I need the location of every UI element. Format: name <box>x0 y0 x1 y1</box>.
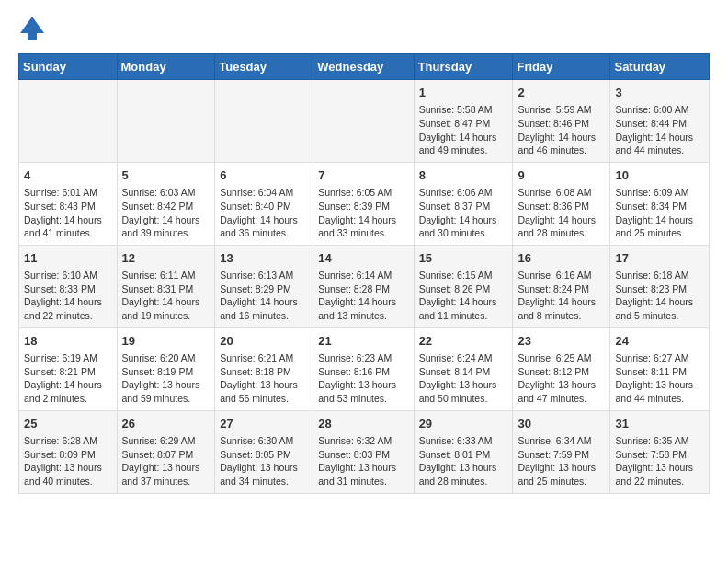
day-info: Sunrise: 6:11 AM Sunset: 8:31 PM Dayligh… <box>122 269 210 323</box>
day-number: 23 <box>518 333 605 350</box>
calendar-cell: 29Sunrise: 6:33 AM Sunset: 8:01 PM Dayli… <box>414 410 513 493</box>
day-number: 30 <box>518 416 605 432</box>
calendar-table: SundayMondayTuesdayWednesdayThursdayFrid… <box>18 53 710 494</box>
day-number: 25 <box>24 416 112 432</box>
calendar-cell: 15Sunrise: 6:15 AM Sunset: 8:26 PM Dayli… <box>414 245 513 327</box>
svg-rect-1 <box>28 33 37 40</box>
calendar-header: SundayMondayTuesdayWednesdayThursdayFrid… <box>19 54 710 80</box>
calendar-cell: 9Sunrise: 6:08 AM Sunset: 8:36 PM Daylig… <box>513 162 610 245</box>
day-number: 16 <box>518 250 605 267</box>
calendar-cell: 17Sunrise: 6:18 AM Sunset: 8:23 PM Dayli… <box>610 245 710 327</box>
day-number: 27 <box>220 416 308 432</box>
calendar-week-1: 1Sunrise: 5:58 AM Sunset: 8:47 PM Daylig… <box>19 80 710 163</box>
day-number: 7 <box>318 167 408 184</box>
calendar-cell: 7Sunrise: 6:05 AM Sunset: 8:39 PM Daylig… <box>313 162 414 245</box>
day-info: Sunrise: 6:25 AM Sunset: 8:12 PM Dayligh… <box>518 351 605 406</box>
calendar-cell: 27Sunrise: 6:30 AM Sunset: 8:05 PM Dayli… <box>215 410 313 493</box>
day-info: Sunrise: 6:10 AM Sunset: 8:33 PM Dayligh… <box>24 269 112 323</box>
header-day-monday: Monday <box>117 54 215 80</box>
day-number: 24 <box>615 333 704 350</box>
svg-marker-0 <box>20 17 44 33</box>
calendar-cell: 22Sunrise: 6:24 AM Sunset: 8:14 PM Dayli… <box>414 327 513 410</box>
day-info: Sunrise: 6:19 AM Sunset: 8:21 PM Dayligh… <box>24 351 112 406</box>
day-number: 4 <box>24 167 112 184</box>
header-day-wednesday: Wednesday <box>313 54 414 80</box>
day-number: 8 <box>419 167 508 184</box>
header-day-sunday: Sunday <box>19 54 118 80</box>
logo <box>18 15 50 42</box>
day-number: 17 <box>615 250 704 267</box>
day-info: Sunrise: 6:23 AM Sunset: 8:16 PM Dayligh… <box>318 351 408 406</box>
day-number: 11 <box>24 250 112 267</box>
calendar-cell: 24Sunrise: 6:27 AM Sunset: 8:11 PM Dayli… <box>610 327 710 410</box>
day-number: 6 <box>220 167 308 184</box>
day-info: Sunrise: 6:15 AM Sunset: 8:26 PM Dayligh… <box>419 269 508 323</box>
day-info: Sunrise: 6:29 AM Sunset: 8:07 PM Dayligh… <box>122 434 210 488</box>
day-number: 13 <box>220 250 308 267</box>
calendar-cell: 21Sunrise: 6:23 AM Sunset: 8:16 PM Dayli… <box>313 327 414 410</box>
day-number: 18 <box>24 333 112 350</box>
calendar-cell: 19Sunrise: 6:20 AM Sunset: 8:19 PM Dayli… <box>117 327 215 410</box>
day-number: 31 <box>615 416 704 432</box>
day-info: Sunrise: 6:27 AM Sunset: 8:11 PM Dayligh… <box>615 351 704 406</box>
day-number: 1 <box>419 85 508 101</box>
calendar-cell: 12Sunrise: 6:11 AM Sunset: 8:31 PM Dayli… <box>117 245 215 327</box>
day-info: Sunrise: 6:06 AM Sunset: 8:37 PM Dayligh… <box>419 186 508 240</box>
header-day-thursday: Thursday <box>414 54 513 80</box>
calendar-week-2: 4Sunrise: 6:01 AM Sunset: 8:43 PM Daylig… <box>19 162 710 245</box>
day-info: Sunrise: 6:30 AM Sunset: 8:05 PM Dayligh… <box>220 434 308 488</box>
day-number: 3 <box>615 85 704 101</box>
header-row: SundayMondayTuesdayWednesdayThursdayFrid… <box>19 54 710 80</box>
day-info: Sunrise: 6:09 AM Sunset: 8:34 PM Dayligh… <box>615 186 704 240</box>
calendar-cell: 1Sunrise: 5:58 AM Sunset: 8:47 PM Daylig… <box>414 80 513 163</box>
main-container: SundayMondayTuesdayWednesdayThursdayFrid… <box>0 0 728 509</box>
calendar-week-3: 11Sunrise: 6:10 AM Sunset: 8:33 PM Dayli… <box>19 245 710 327</box>
calendar-cell: 3Sunrise: 6:00 AM Sunset: 8:44 PM Daylig… <box>610 80 710 163</box>
calendar-cell: 5Sunrise: 6:03 AM Sunset: 8:42 PM Daylig… <box>117 162 215 245</box>
day-info: Sunrise: 6:33 AM Sunset: 8:01 PM Dayligh… <box>419 434 508 488</box>
day-info: Sunrise: 6:13 AM Sunset: 8:29 PM Dayligh… <box>220 269 308 323</box>
calendar-cell: 31Sunrise: 6:35 AM Sunset: 7:58 PM Dayli… <box>610 410 710 493</box>
day-info: Sunrise: 6:16 AM Sunset: 8:24 PM Dayligh… <box>518 269 605 323</box>
header-day-friday: Friday <box>513 54 610 80</box>
calendar-cell: 4Sunrise: 6:01 AM Sunset: 8:43 PM Daylig… <box>19 162 118 245</box>
calendar-cell: 13Sunrise: 6:13 AM Sunset: 8:29 PM Dayli… <box>215 245 313 327</box>
calendar-cell <box>117 80 215 163</box>
day-number: 22 <box>419 333 508 350</box>
calendar-cell: 28Sunrise: 6:32 AM Sunset: 8:03 PM Dayli… <box>313 410 414 493</box>
day-info: Sunrise: 6:00 AM Sunset: 8:44 PM Dayligh… <box>615 103 704 157</box>
day-info: Sunrise: 6:20 AM Sunset: 8:19 PM Dayligh… <box>122 351 210 406</box>
header <box>18 15 710 42</box>
calendar-body: 1Sunrise: 5:58 AM Sunset: 8:47 PM Daylig… <box>19 80 710 494</box>
day-info: Sunrise: 6:18 AM Sunset: 8:23 PM Dayligh… <box>615 269 704 323</box>
calendar-cell: 6Sunrise: 6:04 AM Sunset: 8:40 PM Daylig… <box>215 162 313 245</box>
calendar-week-5: 25Sunrise: 6:28 AM Sunset: 8:09 PM Dayli… <box>19 410 710 493</box>
calendar-week-4: 18Sunrise: 6:19 AM Sunset: 8:21 PM Dayli… <box>19 327 710 410</box>
day-info: Sunrise: 6:34 AM Sunset: 7:59 PM Dayligh… <box>518 434 605 488</box>
calendar-cell: 10Sunrise: 6:09 AM Sunset: 8:34 PM Dayli… <box>610 162 710 245</box>
day-info: Sunrise: 6:28 AM Sunset: 8:09 PM Dayligh… <box>24 434 112 488</box>
day-number: 2 <box>518 85 605 101</box>
logo-icon <box>18 15 46 42</box>
day-number: 19 <box>122 333 210 350</box>
day-number: 10 <box>615 167 704 184</box>
day-number: 9 <box>518 167 605 184</box>
calendar-cell: 25Sunrise: 6:28 AM Sunset: 8:09 PM Dayli… <box>19 410 118 493</box>
header-day-saturday: Saturday <box>610 54 710 80</box>
day-number: 26 <box>122 416 210 432</box>
day-number: 21 <box>318 333 408 350</box>
calendar-cell: 18Sunrise: 6:19 AM Sunset: 8:21 PM Dayli… <box>19 327 118 410</box>
calendar-cell: 23Sunrise: 6:25 AM Sunset: 8:12 PM Dayli… <box>513 327 610 410</box>
day-info: Sunrise: 6:08 AM Sunset: 8:36 PM Dayligh… <box>518 186 605 240</box>
day-info: Sunrise: 5:59 AM Sunset: 8:46 PM Dayligh… <box>518 103 605 157</box>
calendar-cell: 8Sunrise: 6:06 AM Sunset: 8:37 PM Daylig… <box>414 162 513 245</box>
day-number: 29 <box>419 416 508 432</box>
header-day-tuesday: Tuesday <box>215 54 313 80</box>
calendar-cell <box>313 80 414 163</box>
calendar-cell: 2Sunrise: 5:59 AM Sunset: 8:46 PM Daylig… <box>513 80 610 163</box>
calendar-cell: 14Sunrise: 6:14 AM Sunset: 8:28 PM Dayli… <box>313 245 414 327</box>
day-number: 12 <box>122 250 210 267</box>
calendar-cell: 16Sunrise: 6:16 AM Sunset: 8:24 PM Dayli… <box>513 245 610 327</box>
calendar-cell: 26Sunrise: 6:29 AM Sunset: 8:07 PM Dayli… <box>117 410 215 493</box>
day-info: Sunrise: 6:03 AM Sunset: 8:42 PM Dayligh… <box>122 186 210 240</box>
